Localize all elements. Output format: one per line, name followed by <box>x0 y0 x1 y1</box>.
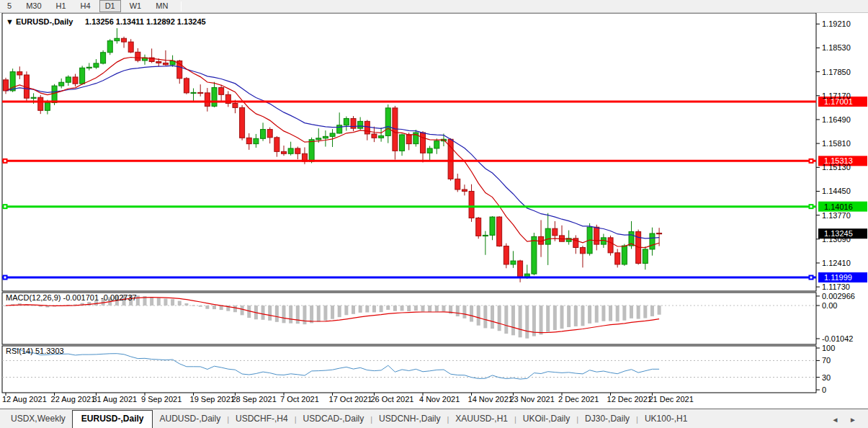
macd-histogram-bar <box>421 306 425 312</box>
macd-axis-tick: -0.01042 <box>822 334 853 343</box>
macd-histogram-bar <box>616 306 619 321</box>
macd-histogram-bar <box>289 306 292 324</box>
date-axis-label: 17 Oct 2021 <box>329 395 372 404</box>
price-axis-tick: 1.12410 <box>822 259 851 267</box>
macd-histogram-bar <box>498 306 501 331</box>
timeframe-button-m30[interactable]: M30 <box>20 0 47 12</box>
tab-eurusd-daily[interactable]: EURUSD-,Daily <box>72 410 153 428</box>
candle <box>622 244 627 266</box>
candle <box>107 39 112 55</box>
price-axis-tick: 1.17170 <box>822 92 851 100</box>
rsi-axis-tick: 0 <box>822 385 826 394</box>
macd-histogram-bar <box>540 306 543 334</box>
macd-histogram-bar <box>393 306 397 311</box>
macd-histogram-bar <box>359 306 362 313</box>
macd-histogram-bar <box>317 306 321 322</box>
macd-histogram-bar <box>630 306 633 318</box>
rsi-pane[interactable] <box>2 346 816 393</box>
macd-histogram-bar <box>171 299 174 306</box>
macd-histogram-bar <box>310 306 313 323</box>
tab-xauusd-h1[interactable]: XAUUSD-,H1 <box>449 411 514 428</box>
date-axis-label: 19 Sep 2021 <box>190 395 235 404</box>
candle <box>476 217 481 238</box>
date-axis-label: 21 Dec 2021 <box>648 395 693 404</box>
tab-usdx-weekly[interactable]: USDX,Weekly <box>4 411 72 428</box>
macd-histogram-bar <box>233 306 237 312</box>
macd-histogram-bar <box>650 306 654 316</box>
tab-ukoil-daily[interactable]: UKOil-,Daily <box>516 411 576 428</box>
price-axis-tick: 1.13770 <box>822 211 851 220</box>
macd-histogram-bar <box>588 306 591 324</box>
macd-histogram-bar <box>184 303 188 306</box>
macd-histogram-bar <box>261 306 265 320</box>
tab-audusd-daily[interactable]: AUDUSD-,Daily <box>153 411 227 428</box>
tab-uk100-h1[interactable]: UK100-,H1 <box>638 411 694 428</box>
tab-usdcnh-daily[interactable]: USDCNH-,Daily <box>372 411 447 428</box>
macd-histogram-bar <box>491 306 494 329</box>
candle <box>413 130 419 146</box>
trading-terminal-window: 5M30H1H4D1W1MN 1.170011.153131.140161.11… <box>0 0 868 428</box>
price-axis-tick: 1.11730 <box>822 282 850 291</box>
macd-histogram-bar <box>567 306 571 327</box>
macd-histogram-bar <box>386 306 390 310</box>
symbol-tab-bar: USDX,WeeklyEURUSD-,DailyAUDUSD-,Daily|US… <box>0 409 868 428</box>
timeframe-button-h1[interactable]: H1 <box>50 0 72 12</box>
date-axis-label: 9 Sep 2021 <box>141 395 182 404</box>
chart-title-symbol: EURUSD-,Daily <box>16 17 73 26</box>
macd-histogram-bar <box>462 306 466 318</box>
tab-usdchf-h4[interactable]: USDCHF-,H4 <box>229 411 295 428</box>
date-axis-label: 12 Aug 2021 <box>2 395 47 404</box>
rsi-axis-tick: 30 <box>822 373 831 382</box>
timeframe-button-d1[interactable]: D1 <box>99 0 121 12</box>
tab-usdcad-daily[interactable]: USDCAD-,Daily <box>297 411 371 428</box>
candle <box>184 77 189 94</box>
timeframe-button-mn[interactable]: MN <box>150 0 174 12</box>
macd-axis-tick: 0.002966 <box>822 292 855 300</box>
svg-text:1.11999: 1.11999 <box>824 273 852 282</box>
timeframe-button-w1[interactable]: W1 <box>124 0 148 12</box>
chart-title: ▼ EURUSD-,Daily 1.13256 1.13411 1.12892 … <box>6 17 206 26</box>
macd-histogram-bar <box>407 306 411 311</box>
tab-scroll-arrows[interactable]: ◄ ► <box>831 416 868 428</box>
date-axis-label: 14 Nov 2021 <box>468 395 513 404</box>
timeframe-button-h4[interactable]: H4 <box>75 0 97 12</box>
macd-histogram-bar <box>435 306 439 312</box>
macd-histogram-bar <box>150 297 153 306</box>
macd-histogram-bar <box>622 306 626 321</box>
macd-indicator-label: MACD(12,26,9) -0.001701 -0.002737 <box>6 293 137 302</box>
macd-histogram-bar <box>178 301 182 306</box>
macd-histogram-bar <box>401 306 404 311</box>
price-axis-tick: 1.14450 <box>822 187 851 195</box>
macd-histogram-bar <box>323 306 327 321</box>
macd-histogram-bar <box>164 299 167 306</box>
macd-histogram-bar <box>470 306 473 322</box>
price-axis-tick: 1.18530 <box>822 43 851 52</box>
svg-text:1.14016: 1.14016 <box>824 202 853 211</box>
price-axis-tick: 1.16490 <box>822 115 851 124</box>
price-axis-tick: 1.13090 <box>822 235 851 244</box>
macd-histogram-bar <box>546 306 550 332</box>
macd-histogram-bar <box>338 306 341 317</box>
dropdown-icon[interactable]: ▼ <box>6 17 14 26</box>
macd-histogram-bar <box>352 306 355 314</box>
timeframe-toolbar: 5M30H1H4D1W1MN <box>0 0 868 13</box>
date-axis-label: 4 Nov 2021 <box>419 395 460 404</box>
macd-histogram-bar <box>275 306 279 322</box>
macd-histogram-bar <box>282 306 286 323</box>
rsi-axis-tick: 100 <box>822 344 835 352</box>
macd-histogram-bar <box>241 306 244 315</box>
main-price-pane[interactable] <box>2 13 816 291</box>
timeframe-button-5[interactable]: 5 <box>1 0 17 12</box>
date-axis-label: 12 Dec 2021 <box>607 395 652 404</box>
date-axis-label: 26 Oct 2021 <box>370 395 413 404</box>
tab-dj30-daily[interactable]: DJ30-,Daily <box>578 411 636 428</box>
macd-histogram-bar <box>483 306 487 328</box>
macd-histogram-bar <box>609 306 612 321</box>
macd-histogram-bar <box>601 306 605 321</box>
macd-histogram-bar <box>344 306 348 315</box>
candle <box>587 223 592 256</box>
chart-area[interactable]: 1.170011.153131.140161.119991.13245 1.19… <box>0 13 868 409</box>
candle <box>80 66 85 84</box>
date-axis-label: 22 Aug 2021 <box>51 395 96 404</box>
macd-axis-tick: 0.00 <box>822 301 837 310</box>
